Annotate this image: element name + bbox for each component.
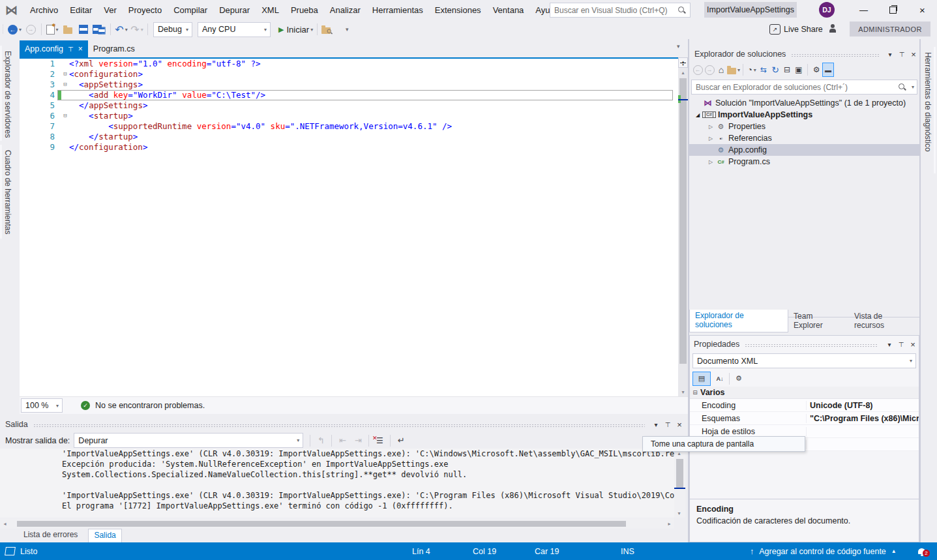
pin-icon[interactable]: ⊤: [896, 51, 908, 58]
tab-salida[interactable]: Salida: [88, 529, 121, 543]
show-all-files-button[interactable]: ▣: [793, 63, 805, 77]
close-icon[interactable]: ×: [908, 50, 919, 59]
avatar[interactable]: DJ: [819, 2, 835, 18]
sync-with-active-document-button[interactable]: ⇆: [758, 63, 769, 77]
add-to-source-control-button[interactable]: ↑ Agregar al control de código fuente ▲: [750, 542, 897, 560]
close-button[interactable]: ×: [908, 0, 937, 20]
minimize-button[interactable]: —: [849, 0, 878, 20]
property-value[interactable]: Unicode (UTF-8): [807, 401, 919, 410]
line-indicator[interactable]: Lín 4: [412, 542, 430, 560]
window-position-icon[interactable]: ▾: [650, 421, 662, 428]
code-line-7[interactable]: 7 <supportedRuntime version="v4.0" sku="…: [20, 121, 678, 132]
insert-mode-indicator[interactable]: INS: [621, 542, 634, 560]
code-line-4[interactable]: 4 <add key="WorkDir" value="C:\Test"/>: [20, 90, 678, 100]
collapsed-arrow-icon[interactable]: ▷: [706, 124, 715, 130]
close-icon[interactable]: ×: [78, 44, 83, 53]
menu-extensiones[interactable]: Extensiones: [429, 0, 487, 20]
refresh-button[interactable]: ↻: [769, 63, 781, 77]
fold-collapse-icon[interactable]: ⊟: [61, 69, 69, 80]
column-indicator[interactable]: Col 19: [473, 542, 496, 560]
collapse-all-button[interactable]: ⊟: [781, 63, 793, 77]
properties-button[interactable]: ⚙: [811, 63, 822, 77]
menu-herramientas[interactable]: Herramientas: [366, 0, 429, 20]
code-line-5[interactable]: 5 </appSettings>: [20, 100, 678, 111]
switch-views-button[interactable]: ▾: [727, 63, 740, 77]
output-log[interactable]: 'ImportValueAppSettings.exe' (CLR v4.0.3…: [0, 449, 674, 518]
solution-search-input[interactable]: [692, 83, 898, 92]
scroll-right-icon[interactable]: ▸: [664, 519, 674, 528]
navigate-back-button[interactable]: ←▾: [7, 22, 23, 37]
close-icon[interactable]: ×: [674, 420, 685, 430]
code-line-8[interactable]: 8 </startup>: [20, 132, 678, 142]
code-line-6[interactable]: 6⊟ <startup>: [20, 111, 678, 121]
navigate-forward-button[interactable]: →: [23, 22, 38, 37]
object-selector-combo[interactable]: Documento XML ▾: [692, 353, 916, 368]
open-file-button[interactable]: [60, 22, 76, 37]
quick-search-box[interactable]: [550, 3, 691, 18]
code-line-9[interactable]: 9</configuration>: [20, 142, 678, 153]
home-button[interactable]: ⌂: [715, 63, 727, 77]
tree-item-importvalueappsettings[interactable]: ◢C#ImportValueAppSettings: [689, 109, 919, 121]
collapse-icon[interactable]: ⊟: [690, 389, 700, 396]
expanded-arrow-icon[interactable]: ◢: [693, 112, 702, 118]
output-vertical-scrollbar[interactable]: ▴ ▾: [674, 449, 685, 518]
window-position-icon[interactable]: ▾: [884, 341, 895, 348]
property-row-esquemas[interactable]: Esquemas"C:\Program Files (x86)\Microsof…: [690, 412, 919, 425]
tab-team-explorer[interactable]: Team Explorer: [788, 310, 849, 332]
tab-explorador-de-soluciones[interactable]: Explorador de soluciones: [689, 310, 788, 332]
window-position-icon[interactable]: ▾: [884, 51, 896, 58]
pin-icon[interactable]: ⊤: [662, 421, 674, 428]
tree-item-app-config[interactable]: ⚙App.config: [689, 144, 919, 156]
alphabetical-sort-button[interactable]: A↓: [713, 372, 726, 385]
code-line-2[interactable]: 2⊟<configuration>: [20, 69, 678, 80]
scrollbar-thumb[interactable]: [17, 521, 626, 527]
properties-header[interactable]: Propiedades ▾ ⊤ ×: [690, 337, 919, 351]
tree-item-soluci-n-importvalueappsetting[interactable]: ⋈Solución "ImportValueAppSettings" (1 de…: [689, 97, 919, 109]
forward-button[interactable]: →: [704, 63, 715, 77]
start-debug-button[interactable]: ▶Iniciar▾: [277, 22, 314, 37]
scroll-left-icon[interactable]: ◂: [0, 519, 10, 528]
zoom-level-combo[interactable]: 100 %▾: [21, 398, 63, 413]
collapsed-arrow-icon[interactable]: ▷: [706, 136, 715, 141]
find-in-files-button[interactable]: [320, 22, 339, 37]
tab-vista-de-recursos[interactable]: Vista de recursos: [849, 310, 919, 332]
tree-item-properties[interactable]: ▷⚙Properties: [689, 121, 919, 132]
scroll-down-icon[interactable]: ▾: [674, 508, 684, 518]
toggle-word-wrap-button[interactable]: ↵: [393, 433, 409, 449]
find-message-button[interactable]: ↰: [313, 433, 329, 449]
scrollbar-thumb[interactable]: [679, 78, 687, 364]
background-task-status[interactable]: Listo: [5, 542, 37, 560]
tree-item-referencias[interactable]: ▷▪▫Referencias: [689, 132, 919, 144]
previous-message-button[interactable]: ⇤: [335, 433, 350, 449]
undo-button[interactable]: ↶▾: [113, 22, 129, 37]
live-share-button[interactable]: ↗ Live Share: [769, 22, 823, 37]
character-indicator[interactable]: Car 19: [535, 542, 559, 560]
pin-icon[interactable]: ⊤: [895, 341, 907, 348]
menu-ventana[interactable]: Ventana: [487, 0, 530, 20]
categorized-button[interactable]: ▤: [692, 372, 711, 386]
drag-grip[interactable]: [745, 344, 878, 347]
scrollbar-thumb[interactable]: [676, 459, 683, 488]
solution-explorer-header[interactable]: Explorador de soluciones ▾ ⊤ ×: [689, 47, 919, 61]
close-icon[interactable]: ×: [907, 340, 919, 349]
collapsed-arrow-icon[interactable]: ▷: [706, 159, 715, 165]
menu-ver[interactable]: Ver: [98, 0, 123, 20]
tab-program-cs[interactable]: Program.cs: [88, 40, 140, 57]
output-source-combo[interactable]: Depurar ▾: [74, 433, 303, 448]
back-button[interactable]: ←: [692, 63, 704, 77]
code-line-1[interactable]: 1<?xml version="1.0" encoding="utf-8" ?>: [20, 59, 678, 69]
code-line-3[interactable]: 3⊟ <appSettings>: [20, 80, 678, 90]
fold-collapse-icon[interactable]: ⊟: [61, 80, 69, 90]
scroll-up-icon[interactable]: ▴: [678, 68, 688, 77]
clear-all-button[interactable]: ☰: [372, 433, 387, 449]
drag-grip[interactable]: [791, 53, 879, 57]
property-value[interactable]: "C:\Program Files (x86)\Microsoft Visual…: [807, 414, 919, 423]
restore-button[interactable]: [878, 0, 908, 20]
save-button[interactable]: [76, 22, 91, 37]
menu-prueba[interactable]: Prueba: [285, 0, 324, 20]
solution-configuration-combo[interactable]: Debug▾: [153, 22, 192, 37]
editor-splitter-handle[interactable]: ▴▾: [678, 57, 688, 68]
editor-vertical-scrollbar[interactable]: ▴ ▾: [678, 57, 688, 396]
property-row-encoding[interactable]: EncodingUnicode (UTF-8): [690, 399, 919, 412]
menu-compilar[interactable]: Compilar: [168, 0, 213, 20]
